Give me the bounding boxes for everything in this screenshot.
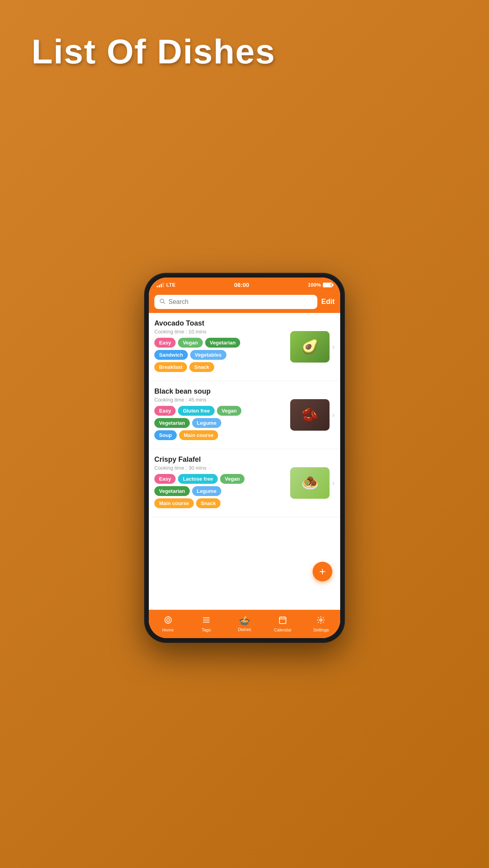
fab-plus-icon: + xyxy=(319,566,326,577)
tags-icon xyxy=(202,616,211,626)
dish-item-2[interactable]: Black bean soup Cooking time : 45 mins E… xyxy=(149,381,340,449)
signal-label: LTE xyxy=(166,282,176,288)
dish-time-1: Cooking time : 10 mins xyxy=(154,329,282,335)
tag-vegan-2[interactable]: Vegan xyxy=(217,406,241,416)
tag-easy-2[interactable]: Easy xyxy=(154,406,176,416)
dishes-label: Dishes xyxy=(238,627,251,632)
tag-easy-1[interactable]: Easy xyxy=(154,338,176,348)
nav-item-home[interactable]: Home xyxy=(156,616,180,632)
tag-snack-1[interactable]: Snack xyxy=(189,362,214,372)
svg-rect-7 xyxy=(280,617,286,624)
calendar-icon xyxy=(278,616,287,626)
tag-sandwich-1[interactable]: Sandwich xyxy=(154,350,188,360)
phone-frame: LTE 08:00 100% Edit xyxy=(144,273,345,643)
chevron-right-1: › xyxy=(332,342,335,351)
search-icon xyxy=(159,298,165,306)
tag-gluten-2[interactable]: Gluten free xyxy=(178,406,215,416)
settings-label: Settings xyxy=(313,627,329,632)
search-bar: Edit xyxy=(149,291,340,313)
dish-name-3: Crispy Falafel xyxy=(154,455,282,464)
dish-list: Avocado Toast Cooking time : 10 mins Eas… xyxy=(149,313,340,610)
svg-point-2 xyxy=(167,618,169,621)
tag-legume-2[interactable]: Legume xyxy=(192,418,221,428)
dishes-icon: 🍲 xyxy=(239,616,250,626)
calendar-label: Calendar xyxy=(274,627,292,632)
battery-label: 100% xyxy=(308,282,321,288)
nav-item-dishes[interactable]: 🍲 Dishes xyxy=(233,616,256,632)
svg-point-0 xyxy=(160,299,164,302)
tag-vegan-1[interactable]: Vegan xyxy=(178,338,202,348)
tag-vegetarian-1[interactable]: Vegetarian xyxy=(205,338,241,348)
dish-time-3: Cooking time : 30 mins xyxy=(154,465,282,471)
chevron-right-3: › xyxy=(332,478,335,487)
bottom-nav: Home Tags 🍲 Dishes xyxy=(149,610,340,638)
signal-icon xyxy=(157,283,164,287)
tag-vegetarian-2[interactable]: Vegetarian xyxy=(154,418,190,428)
settings-icon xyxy=(317,616,325,626)
tag-legume-3[interactable]: Legume xyxy=(192,486,221,496)
dish-item-3[interactable]: Crispy Falafel Cooking time : 30 mins Ea… xyxy=(149,449,340,517)
tag-maincourse-3[interactable]: Main course xyxy=(154,498,194,508)
tag-easy-3[interactable]: Easy xyxy=(154,474,176,484)
page-title: List Of Dishes xyxy=(31,31,276,72)
home-label: Home xyxy=(162,627,174,632)
tags-label: Tags xyxy=(202,627,211,632)
svg-line-1 xyxy=(163,302,165,304)
search-input[interactable] xyxy=(169,298,313,305)
tag-snack-3[interactable]: Snack xyxy=(196,498,220,508)
tag-breakfast-1[interactable]: Breakfast xyxy=(154,362,187,372)
nav-item-tags[interactable]: Tags xyxy=(194,616,218,632)
clock: 08:00 xyxy=(234,281,249,288)
battery-icon xyxy=(323,283,332,287)
tag-vegan-3[interactable]: Vegan xyxy=(220,474,245,484)
dish-name-2: Black bean soup xyxy=(154,387,282,396)
nav-item-settings[interactable]: Settings xyxy=(309,616,333,632)
tag-vegetarian-3[interactable]: Vegetarian xyxy=(154,486,190,496)
tag-soup-2[interactable]: Soup xyxy=(154,430,177,440)
dish-image-1: 🥑 xyxy=(290,331,330,363)
dish-image-3: 🧆 xyxy=(290,467,330,499)
dish-name-1: Avocado Toast xyxy=(154,319,282,328)
svg-point-3 xyxy=(165,616,171,623)
tag-lactose-3[interactable]: Lactose free xyxy=(178,474,218,484)
nav-item-calendar[interactable]: Calendar xyxy=(271,616,295,632)
svg-point-11 xyxy=(320,619,322,621)
dish-image-2: 🫘 xyxy=(290,399,330,431)
dish-item-1[interactable]: Avocado Toast Cooking time : 10 mins Eas… xyxy=(149,313,340,381)
dish-time-2: Cooking time : 45 mins xyxy=(154,397,282,403)
status-bar: LTE 08:00 100% xyxy=(149,278,340,291)
home-icon xyxy=(164,616,172,626)
chevron-right-2: › xyxy=(332,410,335,419)
tag-maincourse-2[interactable]: Main course xyxy=(179,430,219,440)
tag-vegetables-1[interactable]: Vegetables xyxy=(190,350,226,360)
edit-button[interactable]: Edit xyxy=(321,298,335,306)
fab-button[interactable]: + xyxy=(313,562,332,581)
